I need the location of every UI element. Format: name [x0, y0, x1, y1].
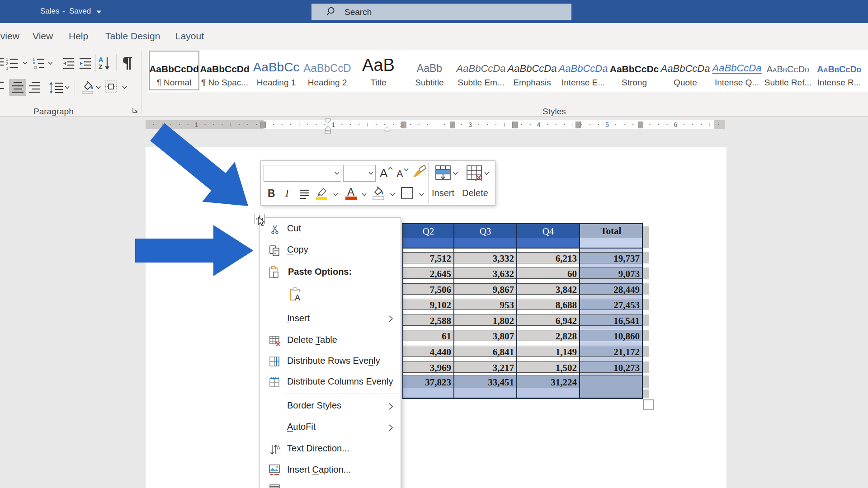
svg-text:A: A — [295, 293, 300, 302]
svg-text:A: A — [277, 445, 280, 451]
